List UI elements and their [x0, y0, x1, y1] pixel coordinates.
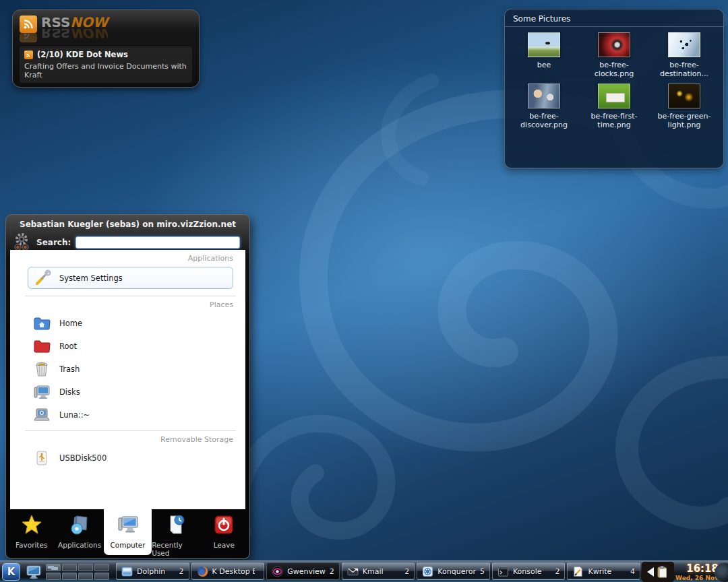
tab-recently-used[interactable]: Recently Used: [152, 509, 200, 558]
rss-icon-reflection: [20, 33, 37, 42]
kickoff-launcher: Sebastian Kuegler (sebas) on miro.vizZzi…: [5, 214, 250, 559]
pager-desktop-7[interactable]: [78, 573, 93, 580]
kmail-icon: [347, 566, 359, 577]
thumbnail-bee: [528, 32, 560, 57]
pager-desktop-1[interactable]: [46, 564, 61, 571]
thumbnail-be-free-destination: [668, 32, 700, 57]
home-folder-icon: [33, 315, 51, 332]
task-kwrite[interactable]: Kwrite 4: [567, 562, 640, 580]
pager-desktop-4[interactable]: [94, 564, 109, 571]
task-k-desktop-environment[interactable]: K Desktop Envir: [191, 562, 265, 580]
file-item-bee[interactable]: bee: [509, 32, 579, 78]
menu-item-trash[interactable]: Trash: [10, 358, 245, 381]
file-item-be-free-green-light[interactable]: be-free-green-light.png: [649, 84, 719, 129]
system-tray: [642, 562, 674, 582]
folderview-grid: bee be-free-clocks.png be-free-destinati…: [505, 27, 723, 129]
task-konqueror[interactable]: Konqueror 5: [417, 562, 490, 580]
rss-summary: Crafting Offers and Invoice Documents wi…: [24, 62, 187, 79]
task-manager: Dolphin 2 K Desktop Envir Gwenview: [116, 562, 640, 580]
desktop: RSSNOW RSSNOW (2/10) KDE Dot News Crafti…: [0, 0, 728, 582]
digital-clock[interactable]: 16:18 Wed, 26 Nov: [675, 562, 719, 581]
task-gwenview[interactable]: Gwenview 2: [266, 562, 340, 580]
task-konsole[interactable]: Konsole 2: [492, 562, 566, 580]
menu-item-root[interactable]: Root: [10, 335, 245, 358]
pager-desktop-6[interactable]: [62, 573, 77, 580]
system-settings-icon: [34, 269, 51, 287]
pager-desktop-8[interactable]: [94, 573, 109, 580]
gwenview-icon: [272, 566, 283, 577]
rss-icon: [20, 15, 37, 33]
section-header-applications: Applications: [10, 250, 245, 265]
root-folder-icon: [33, 337, 51, 355]
rssnow-widget: RSSNOW RSSNOW (2/10) KDE Dot News Crafti…: [12, 9, 200, 88]
panel-toolbox-cashew[interactable]: [715, 562, 728, 582]
virtual-desktop-pager: [46, 564, 109, 580]
disks-icon: [33, 383, 51, 401]
firefox-icon: [197, 566, 208, 577]
kmenu-button[interactable]: K: [2, 563, 20, 581]
kickoff-user-line: Sebastian Kuegler (sebas) on miro.vizZzi…: [6, 215, 249, 232]
rssnow-logo: RSSNOW RSSNOW: [20, 15, 192, 45]
usb-drive-icon: [33, 449, 51, 467]
file-item-be-free-discover[interactable]: be-free-discover.png: [509, 84, 579, 129]
rss-feed-icon: [24, 51, 33, 59]
clock-time: 16:18: [675, 564, 719, 574]
laptop-icon: [33, 406, 51, 424]
tab-computer[interactable]: Computer: [104, 509, 152, 555]
computer-icon: [117, 514, 139, 536]
taskbar-panel: K: [0, 560, 728, 582]
menu-item-usbdisk500[interactable]: USBDisk500: [10, 447, 245, 470]
kwrite-icon: [572, 566, 584, 577]
klipper-clipboard-icon[interactable]: [656, 565, 669, 579]
thumbnail-be-free-first-time: [598, 84, 630, 108]
konqueror-icon: [422, 566, 433, 577]
power-icon: [213, 514, 235, 536]
kmenu-letter: K: [7, 566, 16, 578]
applications-icon: [69, 514, 90, 536]
thumbnail-be-free-clocks: [598, 32, 630, 57]
task-dolphin[interactable]: Dolphin 2: [116, 562, 189, 580]
file-item-be-free-clocks[interactable]: be-free-clocks.png: [579, 32, 649, 78]
tab-leave[interactable]: Leave: [200, 509, 248, 558]
thumbnail-be-free-discover: [528, 84, 560, 108]
section-header-removable-storage: Removable Storage: [10, 431, 245, 447]
section-header-places: Places: [10, 296, 245, 312]
tab-favorites[interactable]: Favorites: [7, 509, 55, 558]
rss-headline: (2/10) KDE Dot News: [37, 50, 128, 59]
pager-desktop-5[interactable]: [46, 573, 61, 580]
recent-document-icon: [165, 514, 187, 536]
folderview-title: Some Pictures: [505, 9, 723, 27]
star-icon: [21, 514, 42, 536]
tab-applications[interactable]: Applications: [55, 509, 103, 558]
menu-item-system-settings[interactable]: System Settings: [28, 267, 233, 289]
rssnow-wordmark: RSSNOW: [41, 15, 108, 29]
dolphin-icon: [121, 566, 133, 577]
konsole-icon: [497, 566, 509, 577]
task-kmail[interactable]: Kmail 2: [342, 562, 415, 580]
thumbnail-be-free-green-light: [668, 84, 700, 108]
trash-icon: [33, 360, 51, 378]
search-label: Search:: [36, 238, 71, 247]
tray-expand-arrow-icon[interactable]: [647, 567, 654, 577]
file-item-be-free-destination[interactable]: be-free-destination...: [649, 32, 719, 78]
rss-feed-item[interactable]: (2/10) KDE Dot News Crafting Offers and …: [20, 46, 192, 83]
folderview-widget: Some Pictures bee be-free-clocks.png be-…: [504, 9, 724, 168]
menu-item-home[interactable]: Home: [10, 312, 245, 335]
kickoff-tabbar: Favorites Applications: [6, 509, 249, 558]
clock-date: Wed, 26 Nov: [675, 575, 719, 581]
kickoff-body: Applications System Settings Places Home: [10, 250, 245, 509]
menu-item-disks[interactable]: Disks: [10, 381, 245, 403]
rssnow-wordmark-reflection: RSSNOW: [41, 29, 108, 40]
pager-desktop-3[interactable]: [78, 564, 93, 571]
file-item-be-free-first-time[interactable]: be-free-first-time.png: [579, 84, 649, 129]
menu-item-luna[interactable]: Luna::~: [10, 403, 245, 426]
device-notifier-icon[interactable]: [25, 563, 42, 581]
pager-desktop-2[interactable]: [62, 564, 77, 571]
search-input[interactable]: [75, 236, 240, 249]
